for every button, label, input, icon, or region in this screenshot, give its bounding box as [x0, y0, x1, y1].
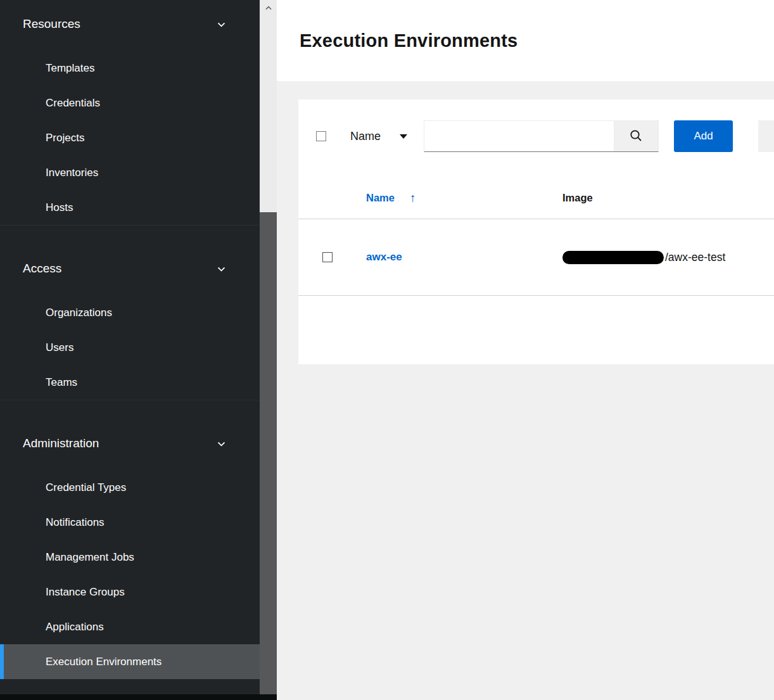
row-image-cell: /awx-ee-test: [552, 251, 774, 264]
more-actions-button[interactable]: [758, 120, 774, 152]
page-title: Execution Environments: [300, 30, 517, 51]
search-icon: [630, 129, 642, 144]
table-row: awx-ee /awx-ee-test: [298, 219, 774, 296]
nav-items-administration: Credential Types Notifications Managemen…: [0, 470, 260, 679]
nav-group-access: Access Organizations Users Teams: [0, 225, 260, 400]
ee-image-text: /awx-ee-test: [665, 251, 725, 264]
sidebar-item-credential-types[interactable]: Credential Types: [0, 470, 260, 505]
sidebar-scrollbar-track[interactable]: [260, 0, 277, 700]
row-name-cell: awx-ee: [355, 251, 552, 264]
sidebar-item-management-jobs[interactable]: Management Jobs: [0, 540, 260, 575]
nav-group-toggle-access[interactable]: Access: [0, 250, 260, 288]
execution-environments-card: Name Add Na: [298, 99, 774, 364]
sidebar: Resources Templates Credentials Projects…: [0, 0, 260, 700]
toolbar: Name Add: [298, 120, 774, 152]
sidebar-item-users[interactable]: Users: [0, 330, 260, 365]
nav-group-administration: Administration Credential Types Notifica…: [0, 400, 260, 679]
sort-asc-icon: ↑: [410, 192, 416, 204]
search-input[interactable]: [424, 120, 614, 152]
page-header: Execution Environments: [277, 0, 774, 81]
sidebar-item-notifications[interactable]: Notifications: [0, 505, 260, 540]
sidebar-item-applications[interactable]: Applications: [0, 609, 260, 644]
column-header-name-label: Name: [366, 192, 395, 204]
chevron-up-icon: [264, 4, 273, 13]
main-content: Execution Environments Name Ad: [277, 0, 774, 700]
chevron-down-icon: [216, 264, 227, 274]
redacted-registry-bar: [562, 251, 664, 264]
sidebar-scrollbar-thumb[interactable]: [260, 212, 277, 700]
ee-name-link[interactable]: awx-ee: [366, 251, 402, 263]
sidebar-item-inventories[interactable]: Inventories: [0, 155, 260, 190]
nav-items-resources: Templates Credentials Projects Inventori…: [0, 51, 260, 225]
app-window: Resources Templates Credentials Projects…: [0, 0, 774, 700]
sidebar-item-teams[interactable]: Teams: [0, 365, 260, 400]
sidebar-item-organizations[interactable]: Organizations: [0, 295, 260, 330]
row-checkbox[interactable]: [322, 252, 333, 262]
content-area: Name Add Na: [277, 81, 774, 700]
sidebar-item-templates[interactable]: Templates: [0, 51, 260, 86]
chevron-down-icon: [216, 438, 227, 449]
nav-items-access: Organizations Users Teams: [0, 295, 260, 400]
nav-group-toggle-administration[interactable]: Administration: [0, 424, 260, 462]
sidebar-item-hosts[interactable]: Hosts: [0, 190, 260, 225]
table-header-row: Name ↑ Image: [298, 177, 774, 219]
chevron-down-icon: [216, 19, 227, 30]
nav-group-label-administration: Administration: [23, 436, 99, 450]
nav-group-label-access: Access: [23, 262, 61, 276]
caret-down-icon: [400, 134, 407, 139]
column-header-name[interactable]: Name ↑: [355, 192, 552, 204]
sidebar-item-execution-environments[interactable]: Execution Environments: [0, 644, 260, 679]
scroll-up-arrow[interactable]: [260, 0, 277, 16]
search-button[interactable]: [614, 120, 659, 152]
sidebar-bottom-edge: [0, 694, 277, 700]
sidebar-item-projects[interactable]: Projects: [0, 120, 260, 155]
sidebar-item-instance-groups[interactable]: Instance Groups: [0, 575, 260, 609]
column-header-image[interactable]: Image: [552, 192, 774, 204]
filter-type-dropdown[interactable]: Name: [350, 130, 407, 143]
nav-group-label-resources: Resources: [23, 17, 80, 31]
row-checkbox-cell: [298, 252, 355, 262]
select-all-checkbox[interactable]: [316, 131, 326, 141]
filter-dropdown-label: Name: [350, 130, 381, 143]
nav-group-resources: Resources Templates Credentials Projects…: [0, 0, 260, 225]
sidebar-item-credentials[interactable]: Credentials: [0, 86, 260, 120]
nav-group-toggle-resources[interactable]: Resources: [0, 5, 260, 43]
add-button[interactable]: Add: [674, 120, 733, 152]
ee-table: Name ↑ Image awx-ee: [298, 177, 774, 296]
